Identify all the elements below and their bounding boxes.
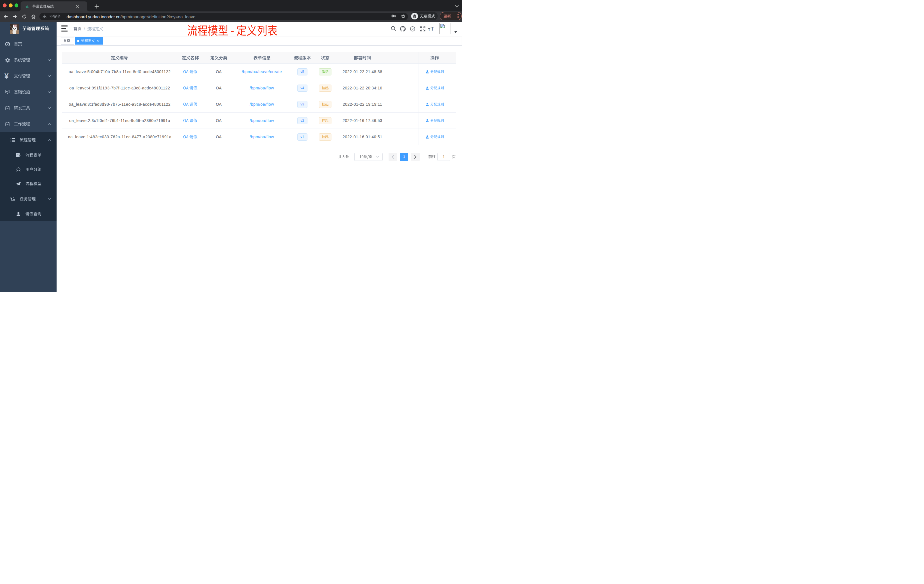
- svg-text:?: ?: [411, 27, 413, 31]
